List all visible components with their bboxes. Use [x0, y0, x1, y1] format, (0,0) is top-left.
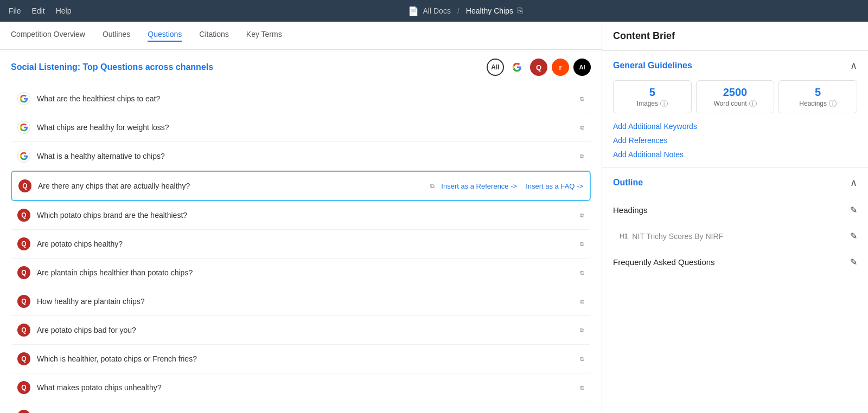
question-text: Are potato chips healthy? [37, 240, 571, 248]
source-icon-google [17, 150, 30, 163]
filter-google[interactable] [508, 59, 526, 76]
question-item[interactable]: What chips are healthy for weight loss? … [11, 113, 591, 142]
outline-section: Outline ∧ Headings ✎ H1 NIT Trichy Score… [602, 168, 868, 284]
external-link-icon[interactable]: ⧉ [580, 327, 584, 334]
content-area: Social Listening: Top Questions across c… [0, 50, 602, 413]
external-link-icon[interactable]: ⧉ [580, 212, 584, 219]
source-icon-quora: Q [17, 295, 30, 308]
question-text: How healthy are plantain chips? [37, 297, 571, 306]
source-icon-google [17, 121, 30, 134]
outline-faq-label: Frequently Asked Questions [613, 257, 715, 267]
outline-title: Outline [613, 178, 643, 188]
question-item[interactable]: What are the healthiest chips to eat? ⧉ [11, 85, 591, 113]
question-text: What chips are healthy for weight loss? [37, 123, 571, 132]
h1-edit-icon[interactable]: ✎ [850, 231, 857, 241]
tab-outlines[interactable]: Outlines [103, 30, 130, 42]
source-icon-quora: Q [17, 237, 30, 250]
menu-bar[interactable]: File Edit Help [9, 7, 71, 15]
faq-edit-icon[interactable]: ✎ [850, 257, 857, 267]
add-references-link[interactable]: Add References [613, 136, 857, 145]
stat-images: 5 Images i [613, 80, 692, 113]
question-item[interactable]: Q Why are kettle-cooked chips better tha… [11, 402, 591, 413]
share-icon[interactable]: ⎘ [518, 6, 523, 16]
external-link-icon[interactable]: ⧉ [580, 356, 584, 363]
outline-item-left: H1 NIT Trichy Scores By NIRF [620, 232, 723, 241]
breadcrumb-docname: Healthy Chips [466, 7, 513, 15]
breadcrumb-alldocs[interactable]: All Docs [423, 7, 451, 15]
guidelines-stats: 5 Images i 2500 Word count i 5 [613, 80, 857, 113]
outline-header: Outline ∧ [613, 177, 857, 189]
question-item[interactable]: Q Are potato chips bad for you? ⧉ [11, 316, 591, 345]
question-item[interactable]: Q How healthy are plantain chips? ⧉ [11, 287, 591, 316]
guidelines-collapse-btn[interactable]: ∧ [850, 60, 857, 72]
section-header: Social Listening: Top Questions across c… [11, 59, 591, 76]
source-icon-quora: Q [17, 266, 30, 279]
outline-items: Headings ✎ H1 NIT Trichy Scores By NIRF … [613, 197, 857, 275]
doc-icon: 📄 [408, 6, 419, 16]
question-item[interactable]: Q Which is healthier, potato chips or Fr… [11, 345, 591, 373]
external-link-icon[interactable]: ⧉ [580, 153, 584, 160]
menu-edit[interactable]: Edit [32, 7, 45, 15]
question-text: Which potato chips brand are the healthi… [37, 211, 571, 220]
breadcrumb: 📄 All Docs / Healthy Chips ⎘ [71, 6, 859, 16]
breadcrumb-separator: / [457, 7, 459, 15]
content-brief-header: Content Brief [602, 22, 868, 51]
guidelines-header: General Guidelines ∧ [613, 60, 857, 72]
source-icon-google [17, 92, 30, 105]
tab-citations[interactable]: Citations [199, 30, 228, 42]
source-icon-quora: Q [17, 410, 30, 413]
filter-ai[interactable]: AI [573, 59, 591, 76]
stat-headings-value: 5 [786, 86, 850, 99]
external-link-icon[interactable]: ⧉ [580, 95, 584, 102]
outline-headings-label: Headings [613, 205, 647, 215]
question-text: What makes potato chips unhealthy? [37, 383, 571, 392]
filter-quora[interactable]: Q [530, 59, 547, 76]
top-bar: File Edit Help 📄 All Docs / Healthy Chip… [0, 0, 868, 22]
tab-competition-overview[interactable]: Competition Overview [11, 30, 85, 42]
external-link-icon[interactable]: ⧉ [580, 124, 584, 131]
tab-questions[interactable]: Questions [148, 30, 182, 42]
tab-key-terms[interactable]: Key Terms [246, 30, 282, 42]
outline-h1-text: NIT Trichy Scores By NIRF [632, 232, 723, 241]
filter-reddit[interactable]: r [552, 59, 569, 76]
question-item[interactable]: Q Which potato chips brand are the healt… [11, 201, 591, 230]
outline-h1-tag: H1 [620, 233, 628, 240]
question-list: What are the healthiest chips to eat? ⧉ … [11, 85, 591, 413]
outline-collapse-btn[interactable]: ∧ [850, 177, 857, 189]
question-item[interactable]: Q Are potato chips healthy? ⧉ [11, 230, 591, 259]
add-notes-link[interactable]: Add Additional Notes [613, 150, 857, 159]
headings-info-icon[interactable]: i [829, 100, 837, 107]
guidelines-title: General Guidelines [613, 61, 692, 70]
external-link-icon[interactable]: ⧉ [580, 384, 584, 391]
outline-item-left: Frequently Asked Questions [613, 257, 715, 267]
headings-edit-icon[interactable]: ✎ [850, 205, 857, 215]
external-link-icon[interactable]: ⧉ [580, 241, 584, 248]
right-panel: Content Brief General Guidelines ∧ 5 Ima… [602, 22, 868, 413]
outline-item-headings: Headings ✎ [613, 197, 857, 223]
external-link-icon[interactable]: ⧉ [580, 298, 584, 305]
left-panel: Competition Overview Outlines Questions … [0, 22, 602, 413]
question-text: Are there any chips that are actually he… [38, 182, 422, 190]
menu-file[interactable]: File [9, 7, 21, 15]
main-layout: Competition Overview Outlines Questions … [0, 22, 868, 413]
question-text: Which is healthier, potato chips or Fren… [37, 354, 571, 363]
insert-faq-link[interactable]: Insert as a FAQ -> [526, 182, 583, 190]
filter-buttons: All Q r AI [487, 59, 591, 76]
question-item[interactable]: What is a healthy alternative to chips? … [11, 142, 591, 171]
question-item[interactable]: Q Are plantain chips healthier than pota… [11, 259, 591, 287]
filter-all[interactable]: All [487, 59, 504, 76]
external-link-icon[interactable]: ⧉ [430, 183, 435, 190]
add-keywords-link[interactable]: Add Additional Keywords [613, 122, 857, 131]
question-text: What is a healthy alternative to chips? [37, 152, 571, 160]
stat-wordcount-label: Word count i [703, 100, 768, 107]
insert-reference-link[interactable]: Insert as a Reference -> [441, 182, 517, 190]
question-item-selected[interactable]: Q Are there any chips that are actually … [11, 171, 591, 201]
source-icon-quora: Q [18, 179, 31, 192]
nav-tabs: Competition Overview Outlines Questions … [0, 22, 602, 50]
stat-wordcount: 2500 Word count i [696, 80, 775, 113]
question-item[interactable]: Q What makes potato chips unhealthy? ⧉ [11, 373, 591, 402]
menu-help[interactable]: Help [56, 7, 72, 15]
wordcount-info-icon[interactable]: i [749, 100, 757, 107]
images-info-icon[interactable]: i [660, 100, 668, 107]
external-link-icon[interactable]: ⧉ [580, 269, 584, 276]
